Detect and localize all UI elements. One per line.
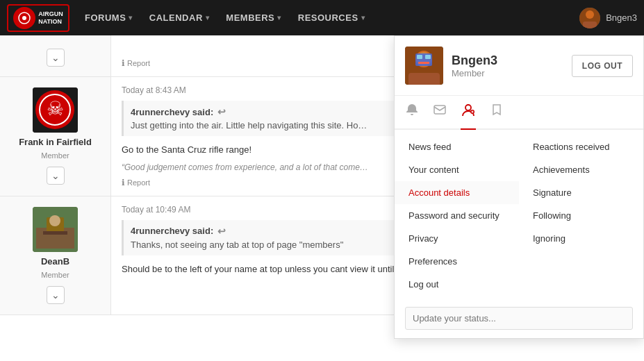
menu-item-achievements[interactable]: Achievements	[519, 158, 643, 181]
nav-item-resources[interactable]: RESOURCES ▾	[290, 0, 373, 35]
svg-rect-17	[408, 73, 440, 85]
nav-item-forums[interactable]: FORUMS ▾	[76, 0, 141, 35]
svg-point-2	[22, 16, 26, 20]
menu-item-privacy[interactable]: Privacy	[395, 227, 519, 250]
post-role: Member	[41, 151, 69, 160]
tab-messages[interactable]	[433, 96, 447, 130]
info-icon: ℹ	[122, 178, 125, 187]
report-link[interactable]: ℹ Report	[122, 58, 150, 68]
dropdown-tabs	[395, 96, 643, 130]
logo-text-line1: AIRGUN	[38, 10, 63, 18]
reply-icon: ↩	[217, 226, 226, 237]
post-author: DeanB	[41, 256, 69, 267]
nav-username[interactable]: Bngen3	[606, 12, 637, 23]
svg-rect-13	[43, 231, 67, 235]
menu-item-log-out[interactable]: Log out	[395, 273, 519, 296]
logo-text-line2: NATION	[38, 18, 63, 26]
post-role: Member	[41, 271, 69, 279]
dropdown-menu: News feed Reactions received Your conten…	[395, 130, 643, 301]
nav-item-calendar[interactable]: CALENDAR ▾	[141, 0, 217, 35]
menu-item-news-feed[interactable]: News feed	[395, 135, 519, 158]
svg-rect-23	[434, 106, 445, 114]
status-input[interactable]	[405, 307, 633, 330]
svg-rect-20	[417, 55, 422, 59]
menu-item-account-details[interactable]: Account details	[395, 181, 519, 204]
chevron-down-icon: ▾	[361, 14, 365, 22]
post-author: Frank in Fairfield	[19, 137, 92, 147]
logo-icon	[13, 7, 35, 29]
nav-item-members[interactable]: MEMBERS ▾	[217, 0, 289, 35]
tab-account[interactable]	[461, 96, 476, 130]
svg-rect-22	[418, 62, 429, 64]
dropdown-role: Member	[452, 68, 497, 78]
dropdown-header: Bngen3 Member LOG OUT	[395, 36, 643, 96]
dropdown-user-info: Bngen3 Member	[452, 53, 497, 78]
chevron-down-icon: ▾	[129, 14, 133, 22]
dropdown-avatar	[405, 47, 443, 85]
logo[interactable]: AIRGUN NATION	[7, 4, 69, 32]
user-dropdown: Bngen3 Member LOG OUT News feed Reaction…	[394, 35, 644, 339]
svg-rect-5	[583, 22, 597, 28]
nav-user-avatar[interactable]	[579, 8, 600, 28]
post-sidebar: ⌄	[0, 35, 111, 76]
nav-items: FORUMS ▾ CALENDAR ▾ MEMBERS ▾ RESOURCES …	[76, 0, 579, 35]
svg-point-24	[465, 105, 471, 110]
svg-point-14	[49, 215, 60, 226]
info-icon: ℹ	[122, 58, 125, 68]
expand-button[interactable]: ⌄	[47, 49, 65, 67]
post-sidebar: DeanB Member ⌄	[0, 196, 111, 314]
svg-point-4	[586, 10, 594, 19]
nav-bar: AIRGUN NATION FORUMS ▾ CALENDAR ▾ MEMBER…	[0, 0, 644, 35]
avatar: ☠	[33, 87, 78, 133]
expand-button[interactable]: ⌄	[47, 167, 65, 185]
menu-item-your-content[interactable]: Your content	[395, 158, 519, 181]
dropdown-username: Bngen3	[452, 53, 497, 68]
svg-rect-21	[425, 55, 431, 59]
chevron-down-icon: ▾	[277, 14, 281, 22]
expand-button[interactable]: ⌄	[47, 286, 65, 304]
tab-bookmarks[interactable]	[490, 96, 504, 130]
menu-item-reactions[interactable]: Reactions received	[519, 135, 643, 158]
logout-button[interactable]: LOG OUT	[572, 55, 633, 77]
menu-item-signature[interactable]: Signature	[519, 181, 643, 204]
tab-notifications[interactable]	[405, 96, 419, 130]
svg-text:☠: ☠	[47, 98, 64, 119]
menu-item-following[interactable]: Following	[519, 204, 643, 227]
menu-item-preferences[interactable]: Preferences	[395, 250, 519, 273]
post-sidebar: ☠ Frank in Fairfield Member ⌄	[0, 77, 111, 196]
menu-item-password-security[interactable]: Password and security	[395, 204, 519, 227]
menu-item-ignoring[interactable]: Ignoring	[519, 227, 643, 250]
avatar	[33, 207, 78, 252]
main-content: ⌄ ℹ Report ☠ Frank	[0, 35, 644, 361]
chevron-down-icon: ▾	[206, 14, 210, 22]
reply-icon: ↩	[217, 106, 226, 117]
nav-right: Bngen3	[579, 8, 637, 28]
